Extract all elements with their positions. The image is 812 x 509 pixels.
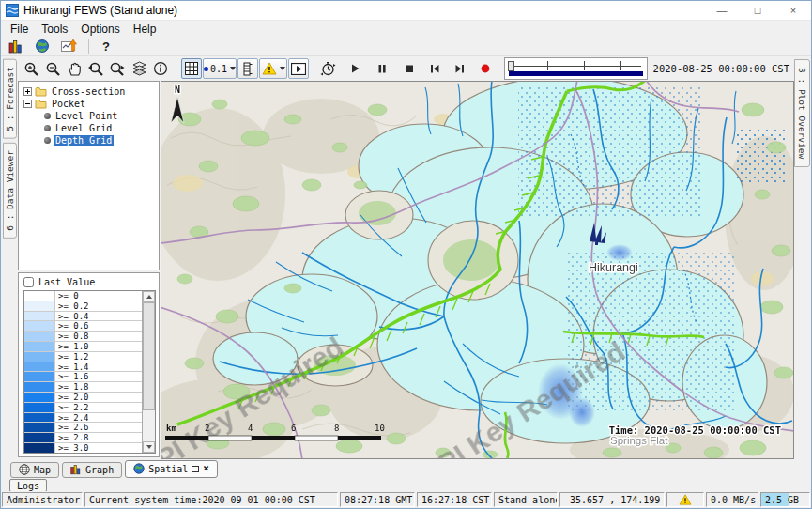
legend-row[interactable]: >= 2.0 [24,393,142,403]
help-button[interactable]: ? [99,39,114,54]
legend-row[interactable]: >= 0.8 [24,332,142,342]
legend-row[interactable]: >= 0.4 [24,312,142,322]
animation-export-button[interactable] [288,58,309,79]
menu-file[interactable]: File [4,22,35,37]
tree-item-label[interactable]: Pocket [50,99,87,109]
menu-tools[interactable]: Tools [35,22,74,37]
node-bullet-icon [44,125,51,131]
toolbar-separator [88,39,89,54]
legend-row[interactable]: >= 1.8 [24,382,142,393]
minimize-button[interactable]: — [704,1,740,20]
collapse-toggle-icon[interactable] [23,100,32,108]
animation-timer-icon[interactable] [317,58,338,79]
town-label: Hikurangi [589,261,638,274]
legend-label: >= 1.6 [55,372,142,381]
legend-row[interactable]: >= 2.4 [24,413,142,424]
grid-display-button[interactable] [181,58,202,79]
info-icon[interactable] [150,58,171,79]
legend-row[interactable]: >= 2.2 [24,403,142,413]
stop-button[interactable] [399,58,420,79]
scroll-up-icon[interactable] [143,291,155,302]
timeseries-display-icon[interactable] [58,36,79,56]
legend-label: >= 0.6 [55,321,142,331]
legend-row[interactable]: >= 2.6 [24,423,142,433]
legend-scrollbar[interactable] [142,291,155,453]
legend-label: >= 1.0 [55,342,142,351]
time-availability-bar [509,71,643,76]
layers-icon[interactable] [129,58,149,79]
chevron-down-icon [280,67,285,70]
tree-item-cross-section[interactable]: Cross-section [19,85,159,97]
legend-row[interactable]: >= 0.2 [24,301,142,312]
panel-maximize-icon[interactable] [192,466,199,472]
title-bar: Hikurangi FEWS (Stand alone) — □ × [1,1,811,21]
legend-row[interactable]: >= 1.6 [24,372,142,382]
menu-bar: File Tools Options Help [1,21,811,37]
tree-item-depth-grid[interactable]: Depth Grid [19,134,159,146]
legend-swatch [24,342,55,351]
legend-label: >= 0.2 [55,301,142,311]
skip-to-end-button[interactable] [450,58,470,79]
tree-item-label-selected[interactable]: Depth Grid [54,135,114,146]
expand-toggle-icon[interactable] [23,87,32,96]
zoom-previous-icon[interactable] [85,58,106,79]
legend-row[interactable]: >= 1.0 [24,342,142,352]
status-warning-cell[interactable] [666,492,704,507]
record-button[interactable] [475,58,496,79]
map-canvas[interactable]: API Key Required API Key Required Hikura… [161,82,793,458]
menu-options[interactable]: Options [74,22,126,37]
tab-graph[interactable]: Graph [62,462,122,478]
tab-map[interactable]: Map [10,462,59,478]
pan-hand-icon[interactable] [64,58,84,79]
menu-help[interactable]: Help [127,22,163,37]
pause-button[interactable] [372,58,392,79]
zoom-out-icon[interactable] [42,58,63,79]
legend-row[interactable]: >= 0 [24,291,142,301]
play-button[interactable] [345,58,365,79]
scroll-track[interactable] [143,302,155,441]
time-slider[interactable] [504,57,648,80]
tree-item-label[interactable]: Level Grid [54,123,114,133]
tab-data-viewer[interactable]: 6 : Data Viewer [3,143,17,239]
legend-row[interactable]: >= 3.0 [24,443,142,453]
area-label: Springs Flat [610,435,668,446]
tab-plot-overview[interactable]: 3 : Plot Overview [794,59,810,167]
map-view[interactable]: API Key Required API Key Required Hikura… [161,81,794,459]
tree-item-level-point[interactable]: Level Point [19,110,159,121]
status-network: 0.0 MB/s [706,492,758,507]
warnings-dropdown[interactable] [259,58,287,79]
close-button[interactable]: × [775,1,811,20]
time-slider-thumb[interactable] [508,61,514,71]
logs-button[interactable]: Logs [9,479,47,492]
last-value-checkbox[interactable] [23,277,34,287]
legend-swatch [24,301,55,311]
tree-item-label[interactable]: Level Point [54,111,119,121]
legend-row[interactable]: >= 0.6 [24,321,142,332]
tab-forecast[interactable]: 5 : Forecast [3,59,17,139]
svg-text:km: km [166,424,176,433]
tree-item-pocket[interactable]: Pocket [19,98,159,109]
tab-graph-label: Graph [85,465,114,475]
legend-row[interactable]: >= 2.8 [24,433,142,443]
zoom-in-icon[interactable] [21,58,41,79]
panel-close-icon[interactable]: × [203,465,209,472]
scroll-thumb[interactable] [143,302,155,410]
last-value-row: Last Value [19,273,159,290]
skip-to-start-button[interactable] [424,58,445,79]
globe-map-icon[interactable] [32,36,53,56]
zoom-next-icon[interactable] [107,58,128,79]
legend-row[interactable]: >= 1.4 [24,362,142,373]
maximize-button[interactable]: □ [740,1,775,20]
tab-spatial[interactable]: Spatial × [125,460,218,478]
legend-label: >= 0.4 [55,312,142,321]
tree-item-level-grid[interactable]: Level Grid [19,122,159,133]
bottom-tab-bar: Map Graph Spatial × [1,459,811,478]
legend-swatch [24,413,55,423]
class-interval-dropdown[interactable]: 0.1 [203,58,237,79]
legend-row[interactable]: >= 1.2 [24,352,142,362]
left-panel: Cross-section Pocket Level Point Level G… [18,81,160,457]
database-bars-icon[interactable] [6,36,26,56]
legend-scale-button[interactable] [237,58,258,79]
scroll-down-icon[interactable] [143,441,155,453]
tree-item-label[interactable]: Cross-section [50,86,127,97]
